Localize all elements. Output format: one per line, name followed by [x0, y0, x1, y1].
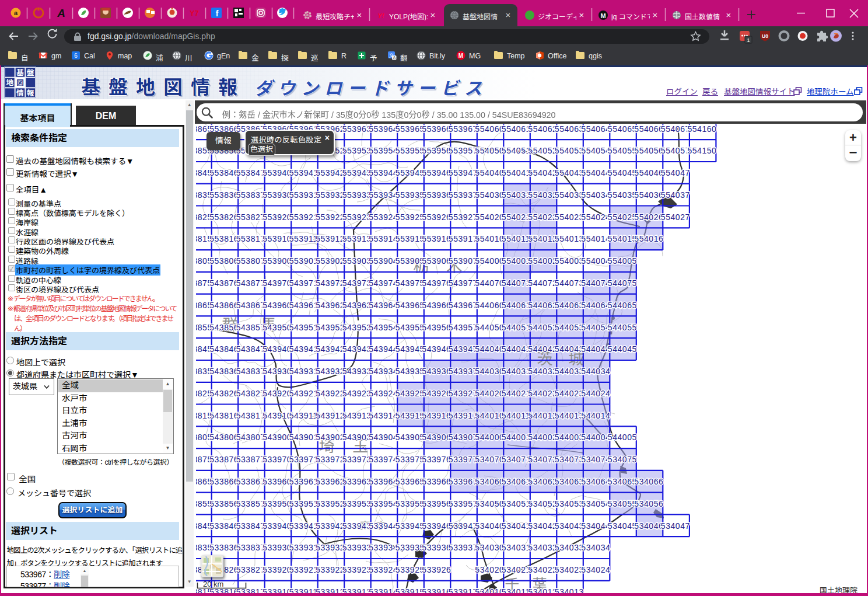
- svg-text:553904: 553904: [369, 256, 398, 266]
- svg-text:554023: 554023: [555, 212, 584, 222]
- svg-text:533867: 533867: [236, 477, 265, 486]
- svg-text:地: 地: [6, 78, 13, 87]
- svg-text:543933: 543933: [342, 367, 372, 376]
- svg-text:534045: 534045: [608, 521, 637, 531]
- svg-text:543967: 543967: [449, 301, 478, 310]
- svg-text:534013: 534013: [555, 587, 584, 593]
- svg-text:図: 図: [16, 78, 24, 87]
- svg-text:534051: 534051: [502, 499, 531, 508]
- svg-text:543955: 543955: [396, 323, 425, 332]
- svg-text:553941: 553941: [289, 168, 318, 177]
- svg-text:533954: 533954: [369, 499, 398, 508]
- svg-text:553906: 553906: [422, 256, 451, 266]
- svg-text:543954: 543954: [369, 323, 398, 332]
- svg-text:543856: 543856: [209, 323, 239, 332]
- svg-text:553836: 553836: [209, 190, 239, 200]
- svg-text:544065: 544065: [608, 301, 637, 310]
- svg-text:533857: 533857: [236, 499, 265, 508]
- svg-text:544031: 544031: [502, 367, 531, 376]
- svg-text:534074: 534074: [581, 455, 610, 464]
- svg-text:543920: 543920: [262, 389, 292, 398]
- svg-text:533925: 533925: [396, 565, 425, 574]
- svg-text:553916: 553916: [422, 234, 451, 243]
- svg-text:533836: 533836: [209, 543, 239, 552]
- svg-text:553944: 553944: [369, 168, 398, 177]
- svg-text:543902: 543902: [316, 433, 345, 442]
- svg-text:553827: 553827: [236, 212, 265, 222]
- svg-text:534023: 534023: [555, 565, 584, 574]
- svg-text:543917: 543917: [449, 411, 478, 420]
- svg-text:554003: 554003: [555, 256, 584, 266]
- svg-text:543912: 543912: [316, 411, 345, 420]
- svg-text:544001: 544001: [502, 433, 531, 442]
- svg-text:554000: 554000: [475, 256, 504, 266]
- svg-text:553934: 553934: [369, 190, 398, 200]
- svg-text:554027: 554027: [661, 212, 690, 222]
- svg-text:554055: 554055: [608, 146, 637, 155]
- svg-text:543956: 543956: [422, 323, 451, 332]
- svg-text:533866: 533866: [209, 477, 239, 486]
- svg-text:533961: 533961: [289, 477, 318, 486]
- svg-text:544005: 544005: [608, 433, 637, 442]
- svg-text:534043: 534043: [555, 521, 584, 531]
- svg-text:544011: 544011: [502, 411, 530, 420]
- svg-text:534022: 534022: [528, 565, 557, 574]
- svg-text:553925: 553925: [396, 212, 425, 222]
- svg-text:544010: 544010: [475, 411, 504, 420]
- svg-text:533947: 533947: [449, 521, 478, 531]
- svg-text:553846: 553846: [209, 168, 239, 177]
- svg-text:543827: 543827: [236, 389, 265, 398]
- svg-text:553945: 553945: [396, 168, 425, 177]
- svg-text:554026: 554026: [634, 212, 663, 222]
- svg-text:544043: 544043: [555, 344, 584, 354]
- svg-text:543923: 543923: [342, 389, 372, 398]
- svg-text:554062: 554062: [528, 124, 557, 134]
- svg-text:554035: 554035: [608, 190, 637, 200]
- svg-text:533971: 533971: [289, 455, 318, 464]
- svg-text:1: 1: [747, 37, 750, 43]
- svg-text:533915: 533915: [396, 587, 425, 593]
- svg-text:553957: 553957: [449, 146, 478, 155]
- svg-text:534075: 534075: [608, 455, 637, 464]
- svg-text:543807: 543807: [236, 433, 265, 442]
- svg-text:543904: 543904: [369, 433, 398, 442]
- svg-text:a: a: [14, 9, 18, 16]
- svg-text:543924: 543924: [369, 389, 398, 398]
- svg-text:553963: 553963: [342, 124, 372, 134]
- svg-text:553913: 553913: [342, 234, 372, 243]
- svg-text:543866: 543866: [209, 301, 239, 310]
- svg-text:543942: 543942: [316, 344, 345, 354]
- svg-text:534062: 534062: [528, 477, 557, 486]
- svg-text:544073: 544073: [555, 278, 584, 288]
- svg-text:554043: 554043: [555, 168, 584, 177]
- svg-text:534030: 534030: [475, 543, 504, 552]
- svg-text:543975: 543975: [396, 278, 425, 288]
- svg-text:553936: 553936: [422, 190, 451, 200]
- svg-text:544054: 544054: [581, 323, 610, 332]
- svg-text:534061: 534061: [502, 477, 531, 486]
- svg-text:553927: 553927: [449, 212, 478, 222]
- svg-text:554041: 554041: [502, 168, 531, 177]
- svg-text:543952: 543952: [316, 323, 345, 332]
- svg-text:533933: 533933: [342, 543, 372, 552]
- svg-text:554024: 554024: [581, 212, 610, 222]
- svg-text:534073: 534073: [555, 455, 584, 464]
- svg-text:553807: 553807: [236, 256, 265, 266]
- svg-text:534050: 534050: [475, 499, 504, 508]
- svg-text:533956: 533956: [422, 499, 451, 508]
- svg-text:544033: 544033: [555, 367, 584, 376]
- svg-text:534033: 534033: [555, 543, 584, 552]
- svg-text:543963: 543963: [342, 301, 372, 310]
- svg-text:533913: 533913: [342, 587, 372, 593]
- svg-text:543905: 543905: [396, 433, 425, 442]
- svg-text:544024: 544024: [581, 389, 610, 398]
- svg-text:544074: 544074: [581, 278, 610, 288]
- svg-text:553910: 553910: [262, 234, 292, 243]
- svg-text:543921: 543921: [289, 389, 318, 398]
- svg-text:554014: 554014: [581, 234, 610, 243]
- svg-text:543900: 543900: [262, 433, 292, 442]
- svg-text:533977: 533977: [449, 455, 478, 464]
- svg-text:533972: 533972: [316, 455, 345, 464]
- svg-text:533970: 533970: [262, 455, 292, 464]
- svg-text:543914: 543914: [369, 411, 398, 420]
